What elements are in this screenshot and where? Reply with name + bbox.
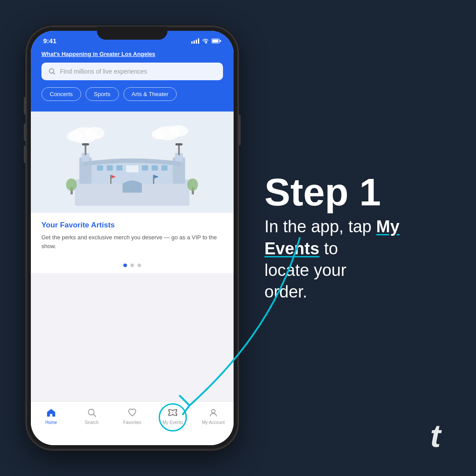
dot-3 (138, 264, 141, 267)
card-title: Your Favorite Artists (41, 221, 223, 230)
search-placeholder: Find millions of live experiences (60, 68, 147, 75)
step-number: Step 1 (264, 173, 441, 212)
svg-rect-20 (82, 143, 89, 145)
nav-my-events[interactable]: My Events (152, 407, 193, 425)
svg-rect-3 (198, 38, 199, 44)
category-sports[interactable]: Sports (86, 87, 119, 101)
card-description: Get the perks and exclusive merch you de… (41, 233, 223, 250)
nav-home-label: Home (45, 420, 57, 425)
phone-mockup: 9:41 (26, 26, 238, 450)
category-arts[interactable]: Arts & Theater (123, 87, 177, 101)
category-concerts[interactable]: Concerts (41, 87, 81, 101)
svg-rect-27 (107, 165, 113, 171)
status-time: 9:41 (43, 37, 56, 45)
location-prefix: What's Happening in (41, 51, 100, 57)
nav-account[interactable]: My Account (193, 407, 234, 425)
svg-rect-29 (126, 165, 138, 172)
dot-2 (130, 264, 134, 267)
dot-1 (123, 264, 127, 267)
step-content: Step 1 In the app, tap My Events tolocat… (238, 173, 441, 303)
nav-favorites-label: Favorites (123, 420, 141, 425)
svg-rect-6 (220, 40, 221, 42)
svg-rect-23 (178, 144, 180, 155)
nav-home[interactable]: Home (31, 407, 71, 425)
category-buttons: Concerts Sports Arts & Theater (41, 87, 223, 101)
search-nav-icon (86, 407, 97, 418)
svg-point-15 (152, 130, 166, 139)
svg-line-42 (93, 414, 96, 416)
home-icon (45, 407, 57, 418)
stadium-svg (57, 118, 207, 206)
svg-point-40 (187, 178, 198, 191)
ticketmaster-logo: t (430, 418, 441, 454)
svg-rect-0 (191, 41, 193, 44)
step-description: In the app, tap My Events tolocate youro… (264, 216, 441, 303)
bottom-nav: Home Search (31, 401, 234, 445)
location-text: What's Happening in Greater Los Angeles (41, 51, 223, 57)
nav-search-label: Search (85, 420, 99, 425)
svg-point-44 (212, 409, 215, 413)
svg-rect-24 (175, 143, 182, 145)
wifi-icon (202, 38, 209, 44)
svg-rect-31 (152, 165, 158, 171)
svg-rect-30 (142, 165, 148, 171)
battery-icon (212, 38, 221, 44)
nav-search[interactable]: Search (71, 407, 112, 425)
location-name: Greater Los Angeles (100, 51, 156, 57)
search-bar-icon (48, 68, 56, 75)
svg-rect-33 (110, 175, 112, 184)
account-nav-icon (208, 407, 219, 418)
svg-point-12 (67, 131, 83, 141)
nav-account-label: My Account (202, 420, 225, 425)
heart-nav-icon (126, 407, 138, 418)
phone-notch (97, 26, 167, 40)
svg-point-14 (169, 125, 188, 137)
favorite-artists-card: Your Favorite Artists Get the perks and … (31, 213, 234, 257)
step-desc-line1: In the app, tap (264, 217, 372, 236)
svg-rect-32 (161, 165, 167, 171)
svg-rect-35 (153, 175, 154, 184)
svg-rect-5 (212, 39, 219, 42)
status-icons (191, 38, 221, 44)
svg-rect-19 (85, 144, 86, 155)
svg-rect-2 (196, 40, 197, 44)
phone-frame: 9:41 (26, 26, 238, 450)
svg-point-38 (66, 178, 77, 191)
signal-icon (191, 38, 199, 44)
pagination-dots (31, 257, 234, 273)
svg-rect-26 (97, 165, 103, 171)
stadium-illustration-area (31, 112, 234, 213)
search-bar[interactable]: Find millions of live experiences (41, 63, 223, 80)
ticket-nav-icon (167, 407, 178, 418)
svg-rect-1 (193, 41, 195, 44)
nav-my-events-label: My Events (163, 420, 183, 425)
svg-point-11 (85, 127, 104, 139)
page-container: 9:41 (0, 0, 476, 476)
app-header: What's Happening in Greater Los Angeles … (31, 45, 234, 112)
svg-line-8 (53, 73, 55, 74)
nav-favorites[interactable]: Favorites (112, 407, 152, 425)
svg-rect-28 (116, 165, 123, 171)
phone-screen: 9:41 (31, 31, 234, 445)
